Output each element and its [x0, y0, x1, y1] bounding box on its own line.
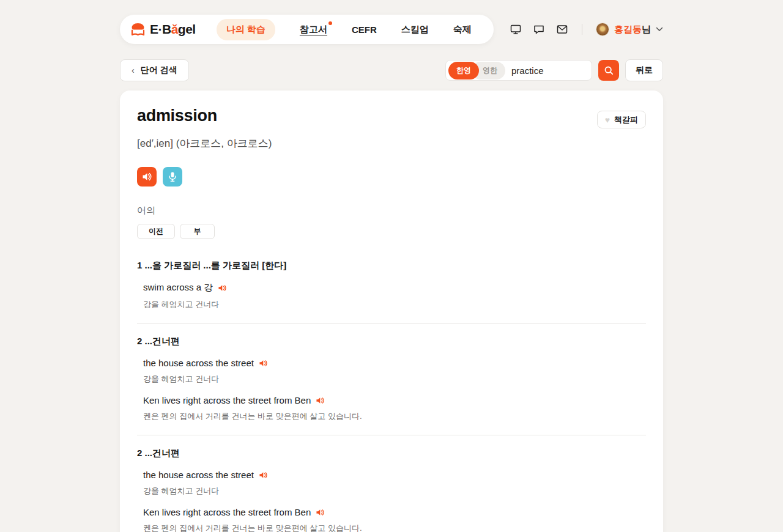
chat-icon[interactable]: [533, 23, 545, 35]
definition-heading: 2 ...건너편: [137, 448, 646, 459]
example-translation: 강을 헤엄치고 건너다: [143, 374, 646, 385]
bagel-logo-icon: [130, 22, 146, 37]
user-name: 홍길동님: [614, 24, 651, 35]
bookmark-button[interactable]: ♥ 책갈피: [597, 111, 646, 128]
audio-controls: [137, 167, 646, 187]
example-translation: 강을 헤엄치고 건너다: [143, 486, 646, 497]
bookmark-label: 책갈피: [614, 114, 638, 125]
sense-section-label: 어의: [137, 205, 646, 216]
example-speaker-icon[interactable]: [316, 508, 325, 517]
brand-logo[interactable]: E·Bǎgel: [130, 22, 196, 37]
notification-dot: [328, 21, 332, 25]
search-icon: [604, 65, 614, 76]
word-card: admission ♥ 책갈피 [ed′,ien] (아크로스, 아크로스): [120, 91, 663, 532]
avatar: [596, 23, 609, 36]
example-translation: 강을 헤엄치고 건너다: [143, 299, 646, 310]
nav-item-reference[interactable]: 참고서: [300, 24, 327, 35]
play-audio-button[interactable]: [137, 167, 157, 187]
tag-button-part[interactable]: 부: [180, 224, 215, 239]
toggle-kor-eng[interactable]: 한영: [448, 62, 479, 79]
navbar: E·Bǎgel 나의 학습 참고서 CEFR 스킬업 숙제: [120, 15, 494, 44]
tag-button-previous[interactable]: 이전: [137, 224, 175, 239]
nav-item-cefr[interactable]: CEFR: [352, 24, 377, 35]
tag-row: 이전 부: [137, 224, 646, 239]
section-divider: [137, 435, 646, 435]
nav-item-skillup[interactable]: 스킬업: [401, 24, 429, 35]
header: E·Bǎgel 나의 학습 참고서 CEFR 스킬업 숙제: [120, 0, 663, 44]
word-title: admission: [137, 106, 217, 125]
toolbar: ‹ 단어 검색 한영 영한 뒤로: [120, 59, 663, 81]
brand-name: E·Bǎgel: [150, 22, 196, 37]
definition-block: 1 ...을 가로질러 ...를 가로질러 [한다] swim across a…: [137, 260, 646, 310]
example-row: the house across the street: [143, 358, 646, 368]
user-menu[interactable]: 홍길동님: [596, 23, 663, 36]
speaker-icon: [141, 171, 152, 182]
definition-heading: 1 ...을 가로질러 ...를 가로질러 [한다]: [137, 260, 646, 272]
back-button[interactable]: 뒤로: [625, 59, 663, 81]
header-divider: [582, 24, 582, 35]
monitor-icon[interactable]: [510, 23, 522, 35]
definition-block: 2 ...건너편 the house across the street 강을 …: [137, 448, 646, 532]
example-text: the house across the street: [143, 358, 254, 368]
definitions-list: 1 ...을 가로질러 ...를 가로질러 [한다] swim across a…: [137, 260, 646, 532]
example-speaker-icon[interactable]: [316, 396, 325, 405]
search-box: 한영 영한: [445, 60, 592, 81]
example-text: Ken lives right across the street from B…: [143, 507, 311, 517]
mail-icon[interactable]: [556, 23, 568, 35]
definition-heading: 2 ...건너편: [137, 336, 646, 347]
pronunciation: [ed′,ien] (아크로스, 아크로스): [137, 136, 646, 150]
search-button[interactable]: [598, 60, 619, 81]
example-text: the house across the street: [143, 470, 254, 480]
example-speaker-icon[interactable]: [259, 471, 268, 479]
example-translation: 켄은 펜의 집에서 거리를 건너는 바로 맞은편에 살고 있습니다.: [143, 523, 646, 532]
example-speaker-icon[interactable]: [218, 284, 227, 292]
example-speaker-icon[interactable]: [259, 359, 268, 368]
language-toggle: 한영 영한: [448, 62, 505, 79]
word-search-back-button[interactable]: ‹ 단어 검색: [120, 59, 189, 81]
microphone-icon: [168, 171, 177, 182]
example-text: Ken lives right across the street from B…: [143, 395, 311, 405]
example-row: Ken lives right across the street from B…: [143, 507, 646, 517]
nav-item-homework[interactable]: 숙제: [453, 24, 472, 35]
search-group: 한영 영한 뒤로: [445, 59, 663, 81]
nav-item-my-learning[interactable]: 나의 학습: [217, 19, 275, 40]
header-right: 홍길동님: [510, 23, 663, 36]
example-row: swim across a 강: [143, 282, 646, 294]
definition-block: 2 ...건너편 the house across the street 강을 …: [137, 336, 646, 422]
heart-icon: ♥: [605, 116, 610, 124]
search-input[interactable]: [505, 65, 585, 76]
page-container: E·Bǎgel 나의 학습 참고서 CEFR 스킬업 숙제: [120, 0, 663, 532]
nav-menu: 나의 학습 참고서 CEFR 스킬업 숙제: [217, 19, 472, 40]
card-header: admission ♥ 책갈피: [137, 106, 646, 128]
example-translation: 켄은 펜의 집에서 거리를 건너는 바로 맞은편에 살고 있습니다.: [143, 411, 646, 422]
section-divider: [137, 323, 646, 323]
example-text: swim across a 강: [143, 282, 213, 294]
example-row: Ken lives right across the street from B…: [143, 395, 646, 405]
chevron-down-icon: [656, 27, 663, 32]
record-mic-button[interactable]: [163, 167, 182, 187]
word-search-label: 단어 검색: [141, 65, 177, 76]
chevron-left-icon: ‹: [132, 65, 135, 75]
example-row: the house across the street: [143, 470, 646, 480]
